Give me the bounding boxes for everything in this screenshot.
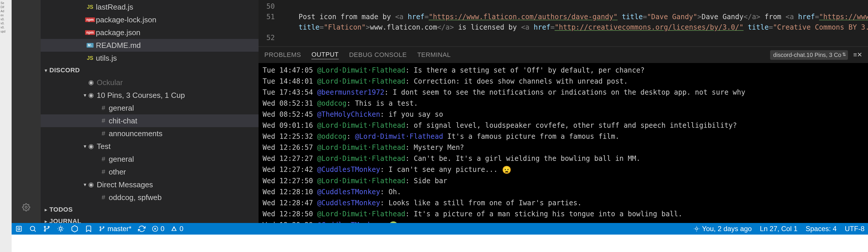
chevron-right-icon: ▸ (42, 207, 50, 213)
editor-area: 5051 52 Post icon from made by <a href="… (258, 0, 868, 223)
section-label: JOURNAL (50, 217, 81, 223)
status-warnings[interactable]: 0 (171, 225, 183, 233)
chevron-down-icon: ▾ (42, 68, 50, 73)
status-search-icon[interactable] (29, 225, 37, 232)
svg-rect-1 (16, 226, 21, 231)
file-icon: M↓ (84, 43, 96, 48)
status-git-branch[interactable]: master* (99, 225, 132, 233)
error-count: 0 (161, 225, 164, 233)
svg-point-6 (60, 228, 62, 230)
svg-point-2 (30, 226, 35, 230)
file-icon: JS (84, 55, 96, 61)
status-package-icon[interactable] (71, 225, 79, 232)
explorer-sidebar: JSlastRead.jsnpmpackage-lock.jsonnpmpack… (41, 0, 258, 223)
status-bar: master* 0 0 You, 2 days ago Ln 27, Col 1… (11, 223, 868, 234)
status-bookmark-icon[interactable] (85, 225, 92, 232)
channel-oddcog-spfweb[interactable]: #oddcog, spfweb (41, 191, 258, 204)
discord-icon: ◉ (88, 79, 94, 86)
svg-point-9 (100, 230, 101, 231)
hash-icon: # (102, 130, 105, 137)
svg-point-8 (103, 227, 104, 228)
chevron-right-icon: ▸ (42, 219, 50, 223)
file-label: utils.js (96, 54, 117, 63)
server-label: Ockular (97, 78, 123, 87)
discord-icon: ◉ (88, 91, 94, 99)
section-discord[interactable]: ▾DISCORD (41, 64, 258, 76)
file-readme-md[interactable]: M↓README.md (41, 39, 258, 52)
status-cursor-position[interactable]: Ln 27, Col 1 (760, 225, 798, 233)
server-label: 10 Pins, 3 Courses, 1 Cup (97, 91, 185, 100)
panel-tabs: PROBLEMS OUTPUT DEBUG CONSOLE TERMINAL d… (258, 47, 868, 63)
tab-problems[interactable]: PROBLEMS (265, 51, 301, 59)
channel-label: announcements (108, 129, 162, 138)
file-label: README.md (96, 41, 141, 50)
status-encoding[interactable]: UTF-8 (845, 225, 865, 233)
tab-debug-console[interactable]: DEBUG CONSOLE (349, 51, 407, 59)
status-branch-icon[interactable] (43, 225, 51, 232)
svg-point-4 (48, 226, 49, 227)
discord-icon: ◉ (88, 143, 94, 150)
bottom-panel: PROBLEMS OUTPUT DEBUG CONSOLE TERMINAL d… (258, 46, 868, 223)
settings-gear-icon[interactable] (19, 200, 33, 214)
file-icon: JS (84, 4, 96, 10)
svg-point-5 (44, 230, 45, 231)
hash-icon: # (102, 117, 105, 125)
section-label: DISCORD (50, 66, 80, 74)
svg-point-7 (100, 227, 101, 228)
background-browser-strip: SeDifAdexv0.v0.v0.upd (0, 0, 11, 252)
status-indentation[interactable]: Spaces: 4 (806, 225, 837, 233)
output-channel-picker[interactable]: discord-chat.10 Pins, 3 Co (770, 50, 848, 60)
git-branch-label: master* (107, 225, 132, 233)
channel-other[interactable]: #other (41, 165, 258, 178)
status-debug-icon[interactable] (57, 225, 64, 232)
file-label: package-lock.json (96, 15, 156, 24)
activity-bar (11, 0, 41, 223)
server-10-pins-3-courses-1-cup[interactable]: ▾◉10 Pins, 3 Courses, 1 Cup (41, 89, 258, 102)
status-ports-icon[interactable] (15, 225, 23, 232)
page-whitespace (11, 234, 868, 252)
file-icon: npm (84, 30, 96, 35)
chevron-down-icon: ▾ (81, 182, 88, 188)
file-utils-js[interactable]: JSutils.js (41, 52, 258, 64)
status-errors[interactable]: 0 (152, 225, 164, 233)
svg-point-11 (695, 228, 698, 230)
tab-output[interactable]: OUTPUT (311, 51, 338, 59)
chevron-down-icon: ▾ (81, 143, 88, 150)
channel-label: other (108, 167, 126, 177)
channel-chit-chat[interactable]: #chit-chat (41, 115, 258, 127)
vscode-window: JSlastRead.jsnpmpackage-lock.jsonnpmpack… (11, 0, 868, 252)
status-gitlens-blame[interactable]: You, 2 days ago (693, 225, 752, 233)
tab-terminal[interactable]: TERMINAL (417, 51, 451, 59)
hash-icon: # (102, 104, 105, 112)
file-package-lock-json[interactable]: npmpackage-lock.json (41, 13, 258, 26)
file-lastread-js[interactable]: JSlastRead.js (41, 1, 258, 13)
file-icon: npm (84, 18, 96, 22)
server-label: Direct Messages (97, 180, 153, 189)
channel-announcements[interactable]: #announcements (41, 127, 258, 140)
discord-icon: ◉ (88, 181, 94, 188)
channel-label: general (108, 155, 134, 164)
hash-icon: # (102, 155, 105, 163)
channel-general[interactable]: #general (41, 153, 258, 165)
code-editor[interactable]: 5051 52 Post icon from made by <a href="… (258, 0, 868, 46)
server-test[interactable]: ▾◉Test (41, 140, 258, 153)
server-ockular[interactable]: ◉Ockular (41, 76, 258, 89)
status-sync-icon[interactable] (138, 225, 146, 232)
file-label: lastRead.js (96, 3, 133, 11)
channel-label: general (108, 104, 134, 113)
clear-output-icon[interactable]: ≡✕ (853, 51, 862, 59)
section-todos[interactable]: ▸TODOS (41, 204, 258, 215)
file-label: package.json (96, 28, 140, 37)
svg-point-3 (44, 226, 45, 227)
channel-label: oddcog, spfweb (108, 193, 161, 202)
file-package-json[interactable]: npmpackage.json (41, 26, 258, 39)
section-label: TODOS (50, 206, 73, 213)
channel-general[interactable]: #general (41, 102, 258, 115)
section-journal[interactable]: ▸JOURNAL (41, 215, 258, 223)
hash-icon: # (102, 168, 105, 176)
warning-count: 0 (180, 225, 183, 233)
channel-label: chit-chat (108, 117, 137, 125)
server-direct-messages[interactable]: ▾◉Direct Messages (41, 178, 258, 191)
svg-point-0 (25, 207, 27, 209)
output-body[interactable]: Tue 14:47:05 @Lord·Dimwit·Flathead: Is t… (258, 63, 868, 223)
